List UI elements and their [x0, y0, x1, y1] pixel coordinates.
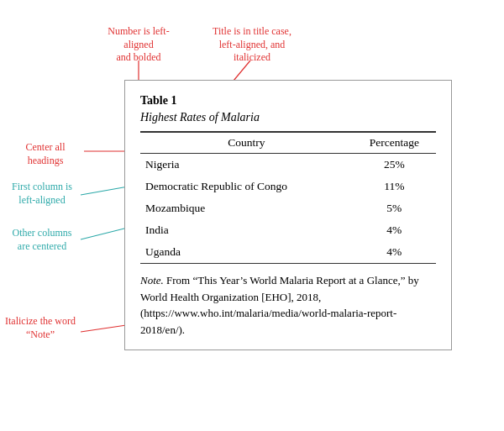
col-header-country: Country: [140, 132, 353, 154]
cell-percentage: 25%: [353, 154, 436, 176]
table-title: Highest Rates of Malaria: [140, 111, 436, 124]
data-table: Country Percentage Nigeria25%Democratic …: [140, 131, 436, 264]
cell-country: Mozambique: [140, 197, 353, 219]
table-container: Table 1 Highest Rates of Malaria Country…: [124, 80, 452, 350]
annotation-number-aligned: Number is left-alignedand bolded: [101, 25, 176, 65]
annotation-first-column: First column isleft-aligned: [5, 181, 79, 207]
cell-country: Uganda: [140, 241, 353, 264]
cell-country: India: [140, 219, 353, 241]
cell-country: Nigeria: [140, 154, 353, 176]
annotation-center-headings: Center allheadings: [12, 141, 79, 167]
col-header-percentage: Percentage: [353, 132, 436, 154]
cell-percentage: 11%: [353, 176, 436, 197]
cell-percentage: 4%: [353, 219, 436, 241]
table-row: Nigeria25%: [140, 154, 436, 176]
cell-percentage: 4%: [353, 241, 436, 264]
table-row: Democratic Republic of Congo11%: [140, 176, 436, 197]
cell-percentage: 5%: [353, 197, 436, 219]
note-label: Note.: [140, 274, 164, 286]
table-header-row: Country Percentage: [140, 132, 436, 154]
table-row: Mozambique5%: [140, 197, 436, 219]
annotation-title-case: Title is in title case,left-aligned, and…: [206, 25, 298, 65]
table-row: India4%: [140, 219, 436, 241]
table-note: Note. From “This Year’s World Malaria Re…: [140, 272, 436, 338]
page: Number is left-alignedand bolded Title i…: [0, 0, 504, 431]
table-row: Uganda4%: [140, 241, 436, 264]
note-text: From “This Year’s World Malaria Report a…: [140, 274, 419, 336]
cell-country: Democratic Republic of Congo: [140, 176, 353, 197]
annotation-italicize-note: Italicize the word“Note”: [2, 315, 79, 341]
annotation-other-columns: Other columnsare centered: [5, 227, 79, 253]
table-number: Table 1: [140, 94, 436, 108]
